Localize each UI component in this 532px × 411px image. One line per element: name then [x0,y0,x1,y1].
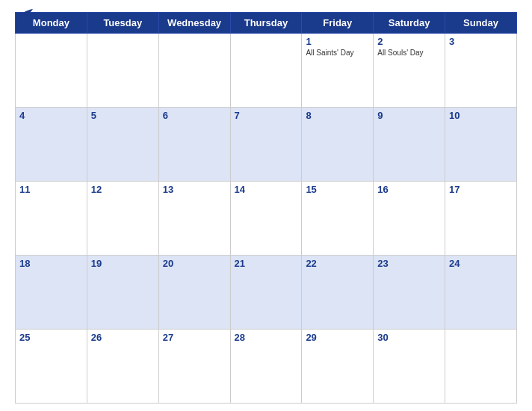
calendar-table: MondayTuesdayWednesdayThursdayFridaySatu… [15,12,517,404]
weekday-header-cell: Thursday [230,13,302,34]
day-number: 2 [377,36,441,47]
day-number: 14 [235,184,298,195]
day-number: 15 [306,184,369,195]
calendar-cell: 27 [158,330,230,404]
calendar-cell [87,34,158,108]
calendar-cell: 24 [445,256,517,330]
day-number: 19 [91,258,155,269]
calendar-cell: 23 [374,256,445,330]
day-number: 26 [91,332,155,343]
day-number: 12 [91,184,155,195]
weekday-header-cell: Saturday [374,13,445,34]
calendar-cell: 28 [230,330,302,404]
calendar-week-row: 252627282930 [16,330,517,404]
calendar-cell: 4 [16,108,87,182]
weekday-header-cell: Wednesday [158,13,230,34]
calendar-cell: 3 [445,34,517,108]
day-number: 4 [19,110,83,121]
day-number: 13 [163,184,226,195]
day-number: 5 [91,110,155,121]
calendar-cell: 22 [302,256,374,330]
calendar-cell: 12 [87,182,158,256]
calendar-week-row: 1All Saints' Day2All Souls' Day3 [16,34,517,108]
day-number: 21 [235,258,298,269]
day-number: 29 [306,332,369,343]
weekday-header-cell: Friday [302,13,374,34]
calendar-cell [16,34,87,108]
calendar-cell: 9 [374,108,445,182]
day-number: 30 [377,332,441,343]
calendar-week-row: 45678910 [16,108,517,182]
calendar-cell: 7 [230,108,302,182]
calendar-cell: 21 [230,256,302,330]
day-number: 16 [377,184,441,195]
day-number: 11 [19,184,83,195]
calendar-cell: 29 [302,330,374,404]
calendar-cell: 15 [302,182,374,256]
day-number: 17 [449,184,513,195]
calendar-cell: 20 [158,256,230,330]
day-number: 20 [163,258,226,269]
weekday-header-cell: Sunday [445,13,517,34]
calendar-cell: 5 [87,108,158,182]
day-number: 10 [449,110,513,121]
calendar-cell: 6 [158,108,230,182]
holiday-label: All Souls' Day [377,49,441,57]
calendar-cell: 8 [302,108,374,182]
day-number: 9 [377,110,441,121]
day-number: 3 [449,36,513,47]
day-number: 25 [19,332,83,343]
calendar-cell: 11 [16,182,87,256]
calendar-cell: 10 [445,108,517,182]
holiday-label: All Saints' Day [306,49,369,57]
calendar-cell: 16 [374,182,445,256]
calendar-cell [445,330,517,404]
calendar-cell: 14 [230,182,302,256]
day-number: 23 [377,258,441,269]
day-number: 28 [235,332,298,343]
day-number: 1 [306,36,369,47]
calendar-cell: 17 [445,182,517,256]
day-number: 6 [163,110,226,121]
day-number: 24 [449,258,513,269]
calendar-cell: 26 [87,330,158,404]
calendar-cell: 2All Souls' Day [374,34,445,108]
calendar-cell: 13 [158,182,230,256]
calendar-week-row: 11121314151617 [16,182,517,256]
calendar-cell: 25 [16,330,87,404]
calendar-week-row: 18192021222324 [16,256,517,330]
weekday-header-cell: Tuesday [87,13,158,34]
day-number: 7 [235,110,298,121]
day-number: 18 [19,258,83,269]
calendar-cell: 18 [16,256,87,330]
calendar-cell [158,34,230,108]
calendar-cell: 1All Saints' Day [302,34,374,108]
logo [15,7,34,19]
calendar-cell: 19 [87,256,158,330]
day-number: 8 [306,110,369,121]
logo-bird-icon [18,7,34,19]
weekday-header-row: MondayTuesdayWednesdayThursdayFridaySatu… [16,13,517,34]
calendar-cell [230,34,302,108]
calendar-cell: 30 [374,330,445,404]
day-number: 27 [163,332,226,343]
day-number: 22 [306,258,369,269]
